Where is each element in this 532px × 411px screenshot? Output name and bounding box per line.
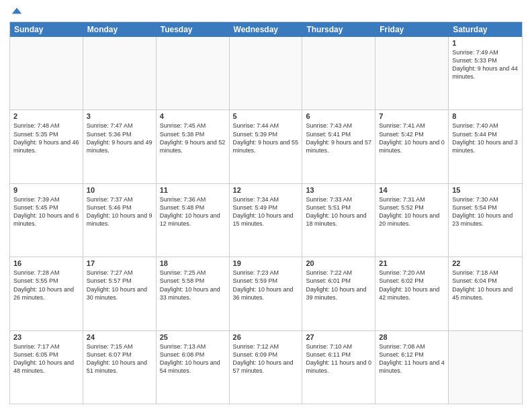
calendar-row-2: 9Sunrise: 7:39 AM Sunset: 5:45 PM Daylig… <box>10 183 522 257</box>
calendar-cell: 3Sunrise: 7:47 AM Sunset: 5:36 PM Daylig… <box>83 110 157 183</box>
calendar-cell: 21Sunrise: 7:20 AM Sunset: 6:02 PM Dayli… <box>375 257 449 330</box>
calendar-cell <box>449 331 522 404</box>
header-cell-saturday: Saturday <box>449 22 522 37</box>
calendar-cell: 14Sunrise: 7:31 AM Sunset: 5:52 PM Dayli… <box>375 184 449 257</box>
calendar-cell: 15Sunrise: 7:30 AM Sunset: 5:54 PM Dayli… <box>449 184 522 257</box>
day-number: 22 <box>452 259 519 267</box>
day-info: Sunrise: 7:40 AM Sunset: 5:44 PM Dayligh… <box>452 122 519 154</box>
day-info: Sunrise: 7:08 AM Sunset: 6:12 PM Dayligh… <box>379 342 445 375</box>
calendar-header: SundayMondayTuesdayWednesdayThursdayFrid… <box>10 22 522 37</box>
day-number: 17 <box>87 259 152 267</box>
calendar-row-1: 2Sunrise: 7:48 AM Sunset: 5:35 PM Daylig… <box>10 109 522 183</box>
calendar-cell: 20Sunrise: 7:22 AM Sunset: 6:01 PM Dayli… <box>302 257 375 330</box>
day-number: 18 <box>160 259 226 267</box>
calendar-body: 1Sunrise: 7:49 AM Sunset: 5:33 PM Daylig… <box>10 37 522 404</box>
calendar-cell: 25Sunrise: 7:13 AM Sunset: 6:08 PM Dayli… <box>157 331 230 404</box>
calendar-cell <box>302 37 375 109</box>
day-number: 13 <box>306 186 371 194</box>
svg-marker-0 <box>12 8 21 14</box>
calendar-cell: 1Sunrise: 7:49 AM Sunset: 5:33 PM Daylig… <box>449 37 522 109</box>
day-number: 3 <box>87 112 152 120</box>
header-cell-wednesday: Wednesday <box>230 22 303 37</box>
calendar-cell: 22Sunrise: 7:18 AM Sunset: 6:04 PM Dayli… <box>449 257 522 330</box>
day-number: 25 <box>160 333 226 341</box>
calendar-cell <box>157 37 230 109</box>
day-number: 6 <box>306 112 371 120</box>
day-number: 26 <box>233 333 299 341</box>
day-info: Sunrise: 7:45 AM Sunset: 5:38 PM Dayligh… <box>160 122 226 154</box>
calendar-cell: 23Sunrise: 7:17 AM Sunset: 6:05 PM Dayli… <box>10 331 83 404</box>
calendar: SundayMondayTuesdayWednesdayThursdayFrid… <box>9 21 523 404</box>
day-number: 2 <box>13 112 79 120</box>
day-info: Sunrise: 7:33 AM Sunset: 5:51 PM Dayligh… <box>306 195 371 228</box>
day-number: 24 <box>87 333 152 341</box>
day-info: Sunrise: 7:28 AM Sunset: 5:55 PM Dayligh… <box>13 269 79 302</box>
day-info: Sunrise: 7:47 AM Sunset: 5:36 PM Dayligh… <box>87 122 152 154</box>
calendar-cell: 5Sunrise: 7:44 AM Sunset: 5:39 PM Daylig… <box>230 110 303 183</box>
header-cell-monday: Monday <box>83 22 157 37</box>
day-info: Sunrise: 7:20 AM Sunset: 6:02 PM Dayligh… <box>379 269 445 302</box>
logo <box>9 7 23 17</box>
day-info: Sunrise: 7:23 AM Sunset: 5:59 PM Dayligh… <box>233 269 299 302</box>
day-info: Sunrise: 7:17 AM Sunset: 6:05 PM Dayligh… <box>13 342 79 375</box>
day-number: 23 <box>13 333 79 341</box>
day-number: 27 <box>306 333 371 341</box>
day-number: 12 <box>233 186 299 194</box>
calendar-cell: 10Sunrise: 7:37 AM Sunset: 5:46 PM Dayli… <box>83 184 157 257</box>
header-cell-tuesday: Tuesday <box>157 22 230 37</box>
calendar-row-3: 16Sunrise: 7:28 AM Sunset: 5:55 PM Dayli… <box>10 257 522 330</box>
calendar-cell: 16Sunrise: 7:28 AM Sunset: 5:55 PM Dayli… <box>10 257 83 330</box>
calendar-cell: 27Sunrise: 7:10 AM Sunset: 6:11 PM Dayli… <box>302 331 375 404</box>
day-info: Sunrise: 7:12 AM Sunset: 6:09 PM Dayligh… <box>233 342 299 375</box>
logo-icon <box>11 5 23 17</box>
day-number: 5 <box>233 112 299 120</box>
header-cell-thursday: Thursday <box>302 22 375 37</box>
day-info: Sunrise: 7:44 AM Sunset: 5:39 PM Dayligh… <box>233 122 299 154</box>
calendar-cell <box>83 37 157 109</box>
calendar-cell: 7Sunrise: 7:41 AM Sunset: 5:42 PM Daylig… <box>375 110 449 183</box>
day-info: Sunrise: 7:30 AM Sunset: 5:54 PM Dayligh… <box>452 195 519 228</box>
calendar-cell: 4Sunrise: 7:45 AM Sunset: 5:38 PM Daylig… <box>157 110 230 183</box>
day-info: Sunrise: 7:22 AM Sunset: 6:01 PM Dayligh… <box>306 269 371 302</box>
calendar-cell: 6Sunrise: 7:43 AM Sunset: 5:41 PM Daylig… <box>302 110 375 183</box>
calendar-cell: 17Sunrise: 7:27 AM Sunset: 5:57 PM Dayli… <box>83 257 157 330</box>
calendar-cell <box>375 37 449 109</box>
day-number: 1 <box>452 39 519 47</box>
day-number: 15 <box>452 186 519 194</box>
calendar-cell: 19Sunrise: 7:23 AM Sunset: 5:59 PM Dayli… <box>230 257 303 330</box>
day-info: Sunrise: 7:18 AM Sunset: 6:04 PM Dayligh… <box>452 269 519 302</box>
day-info: Sunrise: 7:27 AM Sunset: 5:57 PM Dayligh… <box>87 269 152 302</box>
day-info: Sunrise: 7:34 AM Sunset: 5:49 PM Dayligh… <box>233 195 299 228</box>
calendar-cell: 13Sunrise: 7:33 AM Sunset: 5:51 PM Dayli… <box>302 184 375 257</box>
day-info: Sunrise: 7:43 AM Sunset: 5:41 PM Dayligh… <box>306 122 371 154</box>
day-number: 11 <box>160 186 226 194</box>
calendar-cell: 9Sunrise: 7:39 AM Sunset: 5:45 PM Daylig… <box>10 184 83 257</box>
header-cell-friday: Friday <box>375 22 449 37</box>
day-info: Sunrise: 7:37 AM Sunset: 5:46 PM Dayligh… <box>87 195 152 228</box>
day-info: Sunrise: 7:39 AM Sunset: 5:45 PM Dayligh… <box>13 195 79 228</box>
calendar-cell: 2Sunrise: 7:48 AM Sunset: 5:35 PM Daylig… <box>10 110 83 183</box>
calendar-row-0: 1Sunrise: 7:49 AM Sunset: 5:33 PM Daylig… <box>10 37 522 109</box>
day-number: 4 <box>160 112 226 120</box>
calendar-cell: 12Sunrise: 7:34 AM Sunset: 5:49 PM Dayli… <box>230 184 303 257</box>
day-info: Sunrise: 7:49 AM Sunset: 5:33 PM Dayligh… <box>452 48 519 81</box>
day-number: 8 <box>452 112 519 120</box>
day-info: Sunrise: 7:25 AM Sunset: 5:58 PM Dayligh… <box>160 269 226 302</box>
calendar-cell: 24Sunrise: 7:15 AM Sunset: 6:07 PM Dayli… <box>83 331 157 404</box>
logo-text <box>9 7 23 17</box>
header <box>9 7 523 17</box>
calendar-cell <box>230 37 303 109</box>
day-info: Sunrise: 7:36 AM Sunset: 5:48 PM Dayligh… <box>160 195 226 228</box>
day-number: 14 <box>379 186 445 194</box>
calendar-cell: 28Sunrise: 7:08 AM Sunset: 6:12 PM Dayli… <box>375 331 449 404</box>
day-info: Sunrise: 7:48 AM Sunset: 5:35 PM Dayligh… <box>13 122 79 154</box>
day-number: 10 <box>87 186 152 194</box>
day-info: Sunrise: 7:10 AM Sunset: 6:11 PM Dayligh… <box>306 342 371 375</box>
day-number: 9 <box>13 186 79 194</box>
day-number: 7 <box>379 112 445 120</box>
page: SundayMondayTuesdayWednesdayThursdayFrid… <box>0 0 532 411</box>
calendar-cell: 11Sunrise: 7:36 AM Sunset: 5:48 PM Dayli… <box>157 184 230 257</box>
calendar-cell <box>10 37 83 109</box>
day-info: Sunrise: 7:13 AM Sunset: 6:08 PM Dayligh… <box>160 342 226 375</box>
day-number: 20 <box>306 259 371 267</box>
